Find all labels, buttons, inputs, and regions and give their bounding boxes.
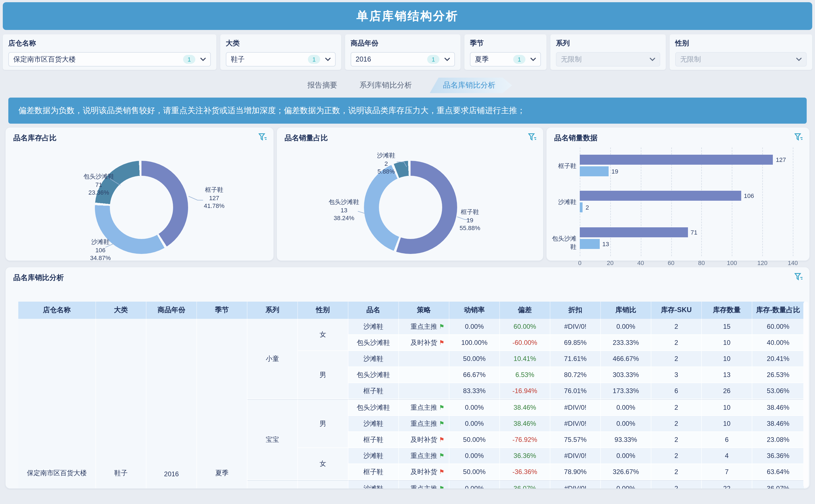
stock-sale-ratio-cell: 233.33% [601,335,651,351]
strategy-cell: 重点主推⚑ [399,416,450,432]
stock-sku-cell: 2 [651,448,702,464]
stock-sale-ratio-cell: 0.00% [601,319,651,335]
year-cell: 2016 [146,319,197,488]
filter-bar: 店仓名称 保定南市区百货大楼 1 大类 鞋子 1 商品年份 2016 1 [3,34,812,70]
donut-label: 沙滩鞋25.88% [347,151,425,175]
filter-gender-select[interactable]: 无限制 [675,52,807,67]
gender-cell: 女 [298,480,348,488]
discount-cell: #DIV/0! [550,319,601,335]
stock-sale-ratio-cell: 0.00% [601,416,651,432]
filter-funnel-icon[interactable] [258,133,267,143]
chevron-down-icon[interactable] [200,57,206,61]
tab-product-ratio[interactable]: 品名库销比分析 [430,78,512,93]
filter-store-label: 店仓名称 [8,39,211,48]
filter-store: 店仓名称 保定南市区百货大楼 1 [3,34,216,70]
stock-qty-cell: 15 [702,319,752,335]
card-sales-title: 品名销量占比 [284,133,328,143]
stock-sku-cell: 2 [651,432,702,448]
bar[interactable] [580,155,773,165]
discount-cell: 75.57% [550,432,601,448]
stock-sku-cell: 3 [651,367,702,383]
donut-label: 框子鞋12741.78% [175,186,253,210]
stock-sale-ratio-cell: 173.33% [601,383,651,399]
discount-cell: #DIV/0! [550,416,601,432]
filter-season-value: 夏季 [475,55,513,64]
product-name-cell: 框子鞋 [348,383,399,399]
stock-qty-cell: 22 [702,480,752,488]
filter-store-value: 保定南市区百货大楼 [13,55,183,64]
bar[interactable] [580,191,741,201]
gender-cell: 女 [298,448,348,480]
card-ratio-table: 品名库销比分析 店仓名称大类商品年份季节系列性别品名策略动销率偏差折扣库销比库存… [6,267,809,488]
sales-bar-chart[interactable]: 020406080100120140框子鞋12719沙滩鞋1062包头沙滩鞋71… [547,128,809,261]
discount-cell: 80.72% [550,367,601,383]
filter-store-select[interactable]: 保定南市区百货大楼 1 [8,52,211,67]
bar-value-label: 13 [602,239,609,249]
deviation-cell: -36.36% [500,464,550,480]
stock-sku-cell: 2 [651,319,702,335]
chevron-down-icon[interactable] [796,57,802,61]
deviation-cell: 60.00% [500,319,550,335]
scrollbar-track[interactable] [803,302,808,487]
filter-category-select[interactable]: 鞋子 1 [226,52,336,67]
chevron-down-icon[interactable] [445,57,450,61]
filter-category: 大类 鞋子 1 [220,34,341,70]
sell-rate-cell: 0.00% [450,480,500,488]
stock-qty-cell: 26 [702,383,752,399]
discount-cell: #DIV/0! [550,448,601,464]
stock-qty-pct-cell: 20.41% [752,351,804,367]
column-header: 系列 [247,302,298,319]
column-header: 库存-数量占比 [752,302,804,319]
stock-sku-cell: 2 [651,335,702,351]
filter-gender-label: 性别 [675,39,807,48]
column-header: 品名 [348,302,399,319]
filter-season-select[interactable]: 夏季 1 [470,52,541,67]
sell-rate-cell: 100.00% [450,335,500,351]
chevron-down-icon[interactable] [325,57,331,61]
tab-series-ratio[interactable]: 系列库销比分析 [355,78,417,93]
chevron-down-icon[interactable] [650,57,655,61]
green-flag-icon: ⚑ [439,323,445,330]
stock-qty-pct-cell: 60.00% [752,319,804,335]
stock-qty-cell: 10 [702,335,752,351]
bar[interactable] [580,202,583,212]
discount-cell: 76.01% [550,383,601,399]
card-stock-share: 品名库存占比 包头沙滩鞋7123.36% 框子鞋12741.78% 沙滩鞋106… [6,128,273,261]
ratio-table[interactable]: 店仓名称大类商品年份季节系列性别品名策略动销率偏差折扣库销比库存-SKU库存数量… [18,302,804,488]
strategy-cell: 及时补货⚑ [399,335,450,351]
sell-rate-cell: 50.00% [450,464,500,480]
filter-category-count-badge: 1 [308,55,320,64]
x-axis-tick: 60 [660,259,682,266]
filter-series-label: 系列 [556,39,660,48]
product-name-cell: 框子鞋 [348,464,399,480]
sell-rate-cell: 0.00% [450,416,500,432]
filter-year-select[interactable]: 2016 1 [350,52,455,67]
column-header: 折扣 [550,302,601,319]
stock-qty-pct-cell: 40.00% [752,335,804,351]
deviation-cell: 10.41% [500,351,550,367]
season-cell: 夏季 [197,319,247,488]
bar[interactable] [580,239,600,249]
bar-category-label: 沙滩鞋 [547,198,577,206]
store-cell: 保定南市区百货大楼 [18,319,96,488]
bar[interactable] [580,166,609,176]
filter-funnel-icon[interactable] [528,133,537,143]
filter-season-label: 季节 [470,39,541,48]
tab-report-summary[interactable]: 报告摘要 [303,78,342,93]
sell-rate-cell: 50.00% [450,351,500,367]
filter-year-count-badge: 1 [427,55,440,64]
x-axis-tick: 80 [690,259,713,266]
bar[interactable] [580,227,688,237]
filter-funnel-icon[interactable] [794,273,803,283]
stock-qty-pct-cell: 36.36% [752,448,804,464]
stock-sku-cell: 6 [651,383,702,399]
product-name-cell: 包头沙滩鞋 [348,335,399,351]
discount-cell: 69.85% [550,335,601,351]
stock-qty-pct-cell: 26.53% [752,367,804,383]
filter-series-select[interactable]: 无限制 [556,52,660,67]
product-name-cell: 沙滩鞋 [348,448,399,464]
chevron-down-icon[interactable] [531,57,536,61]
discount-cell: 78.90% [550,464,601,480]
bar-value-label: 19 [611,166,618,176]
column-header: 策略 [399,302,450,319]
